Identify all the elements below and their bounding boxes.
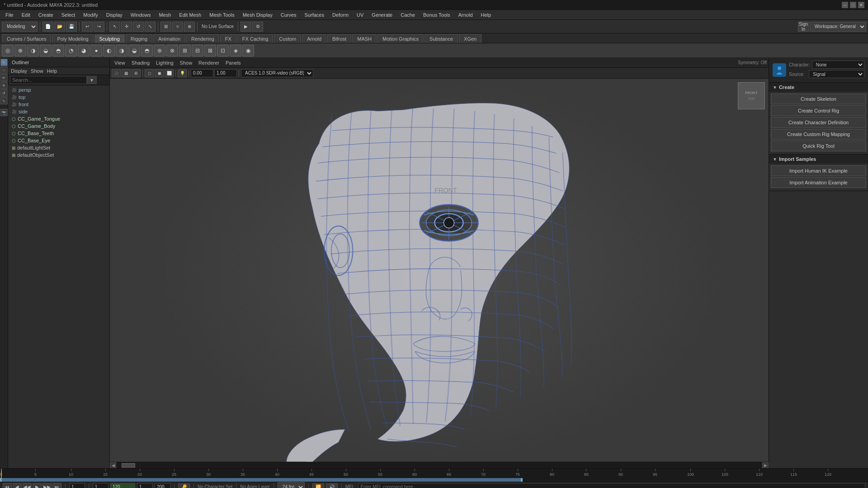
viewport-canvas[interactable]: FRONT FRONT TOP: [110, 79, 769, 462]
select-tool-btn[interactable]: ↖: [0, 59, 8, 66]
play-back-btn[interactable]: ◀◀: [23, 483, 32, 488]
import-human-ik-btn[interactable]: Import Human IK Example: [771, 165, 866, 176]
outliner-item-cc_base_eye[interactable]: ⬡CC_Base_Eye: [8, 137, 109, 144]
undo-btn[interactable]: ↩: [82, 22, 93, 32]
fps-dropdown[interactable]: 24 fps: [278, 482, 305, 488]
menu-windows[interactable]: Windows: [127, 11, 155, 19]
menu-curves[interactable]: Curves: [277, 11, 300, 19]
menu-mesh-tools[interactable]: Mesh Tools: [206, 11, 238, 19]
viewport-menu-renderer[interactable]: Renderer: [196, 59, 222, 66]
shelf-icon-17[interactable]: ⊡: [217, 45, 229, 56]
viewport-menu-show[interactable]: Show: [177, 59, 195, 66]
create-section-header[interactable]: ▼ Create: [769, 83, 868, 92]
create-control-rig-btn[interactable]: Create Control Rig: [771, 105, 866, 116]
outliner-item-persp[interactable]: 🎥persp: [8, 86, 109, 94]
outliner-item-cc_game_body[interactable]: ⬡CC_Game_Body: [8, 122, 109, 130]
workspace-dropdown[interactable]: Modeling Rigging Animation: [2, 22, 38, 32]
shelf-icon-3[interactable]: ◒: [40, 45, 52, 56]
vp-field1[interactable]: [191, 69, 213, 77]
shelf-icon-16[interactable]: ⊠: [204, 45, 216, 56]
menu-deform[interactable]: Deform: [329, 11, 352, 19]
shelf-tab-curves-/-surfaces[interactable]: Curves / Surfaces: [2, 34, 51, 43]
go-to-end-btn[interactable]: ⏭: [52, 483, 61, 488]
shelf-icon-13[interactable]: ⊗: [166, 45, 178, 56]
paint-tool-btn[interactable]: ✏: [0, 74, 8, 81]
create-character-definition-btn[interactable]: Create Character Definition: [771, 117, 866, 128]
create-custom-rig-mapping-btn[interactable]: Create Custom Rig Mapping: [771, 129, 866, 140]
shelf-tab-bifrost[interactable]: Bifrost: [327, 34, 351, 43]
current-frame-field[interactable]: [69, 483, 85, 488]
menu-generate[interactable]: Generate: [368, 11, 396, 19]
create-skeleton-btn[interactable]: Create Skeleton: [771, 94, 866, 104]
shelf-tab-rendering[interactable]: Rendering: [186, 34, 219, 43]
timeline[interactable]: 0510152025303540455055606570758085909510…: [0, 468, 868, 478]
menu-uv[interactable]: UV: [353, 11, 367, 19]
range-start-field[interactable]: [93, 483, 108, 488]
range-start-handle[interactable]: [0, 478, 2, 482]
shelf-icon-1[interactable]: ⊕: [14, 45, 26, 56]
menu-arnold[interactable]: Arnold: [455, 11, 476, 19]
shelf-icon-9[interactable]: ◑: [116, 45, 127, 56]
outliner-item-defaultlightset[interactable]: ⊞defaultLightSet: [8, 144, 109, 151]
shelf-icon-8[interactable]: ◐: [103, 45, 115, 56]
timeline-ruler[interactable]: 0510152025303540455055606570758085909510…: [0, 469, 868, 478]
range-bar[interactable]: [0, 478, 868, 482]
vp-wire-btn[interactable]: ◻: [145, 69, 154, 77]
aces-dropdown[interactable]: ACES 1.0 SDR-video (sRGB): [241, 69, 313, 77]
move-btn[interactable]: ✛: [121, 22, 132, 32]
outliner-item-cc_base_teeth[interactable]: ⬡CC_Base_Teeth: [8, 130, 109, 137]
shelf-tab-xgen[interactable]: XGen: [459, 34, 481, 43]
shelf-tab-sculpting[interactable]: Sculpting: [94, 34, 125, 43]
menu-help[interactable]: Help: [477, 11, 495, 19]
play-forward-btn[interactable]: ▶: [33, 483, 42, 488]
lasso-tool-btn[interactable]: ○: [0, 66, 8, 74]
anim-layer-btn[interactable]: 🔑: [178, 483, 190, 488]
outliner-item-defaultobjectset[interactable]: ⊞defaultObjectSet: [8, 151, 109, 159]
shelf-tab-motion-graphics[interactable]: Motion Graphics: [377, 34, 424, 43]
shelf-icon-19[interactable]: ◉: [242, 45, 254, 56]
shelf-icon-14[interactable]: ⊞: [179, 45, 191, 56]
sign-in-btn[interactable]: Sign In: [798, 22, 809, 32]
open-btn[interactable]: 📂: [54, 22, 65, 32]
shelf-icon-10[interactable]: ◒: [128, 45, 140, 56]
range-end-field[interactable]: [137, 483, 153, 488]
shelf-tab-substance[interactable]: Substance: [425, 34, 458, 43]
vp-camera-btn[interactable]: 🎥: [112, 69, 121, 77]
shelf-icon-0[interactable]: ◎: [2, 45, 14, 56]
menu-edit-mesh[interactable]: Edit Mesh: [175, 11, 205, 19]
scroll-left-btn[interactable]: ◀: [110, 462, 116, 469]
viewport-menu-lighting[interactable]: Lighting: [153, 59, 176, 66]
menu-bonus-tools[interactable]: Bonus Tools: [420, 11, 454, 19]
vp-light-btn[interactable]: 💡: [178, 69, 187, 77]
menu-cache[interactable]: Cache: [397, 11, 419, 19]
scroll-thumb[interactable]: [122, 463, 135, 468]
range-max-field[interactable]: [155, 483, 170, 488]
shelf-icon-11[interactable]: ◓: [141, 45, 153, 56]
rotate-btn[interactable]: ↺: [133, 22, 144, 32]
outliner-menu-show[interactable]: Show: [31, 68, 43, 74]
step-back-btn[interactable]: ◀: [13, 483, 22, 488]
search-input[interactable]: [10, 76, 87, 84]
menu-mesh[interactable]: Mesh: [155, 11, 175, 19]
shelf-icon-18[interactable]: ◈: [230, 45, 241, 56]
minimize-button[interactable]: ─: [842, 2, 848, 8]
source-dropdown[interactable]: Signal: [809, 70, 864, 78]
shelf-icon-6[interactable]: ◕: [78, 45, 90, 56]
shelf-tab-arnold[interactable]: Arnold: [302, 34, 326, 43]
render-settings-btn[interactable]: ⚙: [252, 22, 263, 32]
menu-modify[interactable]: Modify: [80, 11, 101, 19]
workspace-select[interactable]: Workspace: General: [810, 22, 866, 32]
shelf-icon-15[interactable]: ⊟: [192, 45, 203, 56]
viewport-menu-panels[interactable]: Panels: [223, 59, 244, 66]
shelf-tab-poly-modeling[interactable]: Poly Modeling: [52, 34, 93, 43]
vp-grid-btn[interactable]: ⊞: [132, 69, 141, 77]
shelf-tab-fx-caching[interactable]: FX Caching: [237, 34, 273, 43]
vp-texture-btn[interactable]: ⬜: [165, 69, 174, 77]
outliner-item-cc_game_tongue[interactable]: ⬡CC_Game_Tongue: [8, 115, 109, 122]
shelf-icon-7[interactable]: ●: [90, 45, 102, 56]
menu-select[interactable]: Select: [58, 11, 79, 19]
shelf-tab-rigging[interactable]: Rigging: [126, 34, 152, 43]
step-forward-btn[interactable]: ▶▶: [42, 483, 52, 488]
vp-field2[interactable]: [214, 69, 237, 77]
shelf-icon-12[interactable]: ⊛: [154, 45, 165, 56]
